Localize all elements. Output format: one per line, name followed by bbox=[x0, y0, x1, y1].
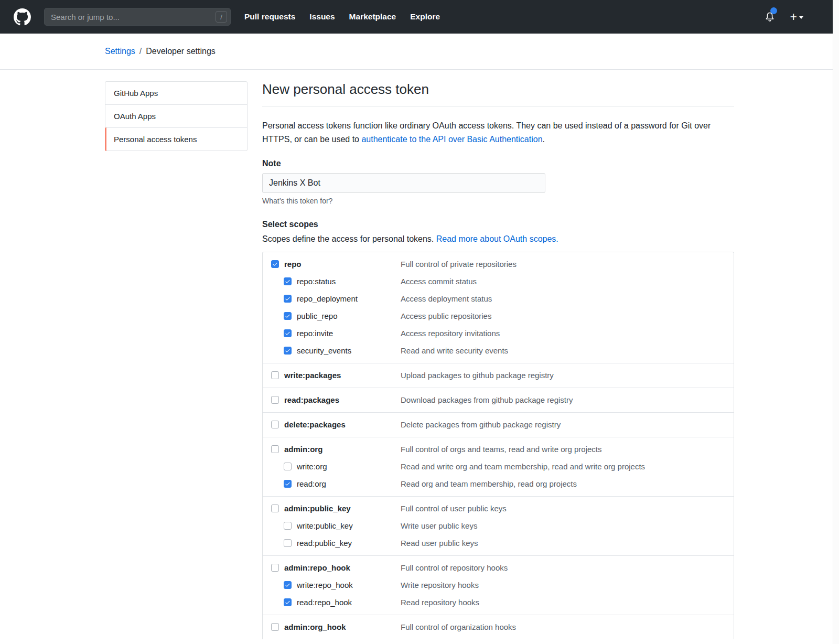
scope-group: write:packagesUpload packages to github … bbox=[263, 363, 734, 388]
scope-row-public_repo: public_repoAccess public repositories bbox=[263, 307, 734, 325]
scope-description: Read and write org and team membership, … bbox=[401, 462, 645, 471]
nav-explore[interactable]: Explore bbox=[410, 12, 440, 22]
main-content: New personal access token Personal acces… bbox=[262, 70, 734, 639]
scope-label-admin:public_key[interactable]: admin:public_key bbox=[284, 504, 351, 513]
scope-checkbox-write:repo_hook[interactable] bbox=[284, 581, 292, 589]
github-logo-icon[interactable] bbox=[12, 6, 33, 27]
sidebar-item-personal-access-tokens[interactable]: Personal access tokens bbox=[105, 127, 247, 151]
scopes-description: Scopes define the access for personal to… bbox=[262, 234, 734, 244]
unread-notification-dot bbox=[770, 7, 777, 14]
scope-checkbox-repo:invite[interactable] bbox=[284, 329, 292, 337]
scope-row-admin:repo_hook: admin:repo_hookFull control of repositor… bbox=[263, 559, 734, 576]
scope-group: admin:public_keyFull control of user pub… bbox=[263, 496, 734, 555]
scope-checkbox-read:packages[interactable] bbox=[271, 396, 279, 404]
scope-description: Read user public keys bbox=[401, 539, 478, 548]
scope-description: Download packages from github package re… bbox=[401, 395, 573, 404]
scope-label-read:repo_hook[interactable]: read:repo_hook bbox=[297, 598, 352, 607]
scope-row-write:repo_hook: write:repo_hookWrite repository hooks bbox=[263, 576, 734, 594]
scope-group: admin:org_hookFull control of organizati… bbox=[263, 615, 734, 639]
scope-checkbox-admin:public_key[interactable] bbox=[271, 505, 279, 512]
scope-group: delete:packagesDelete packages from gith… bbox=[263, 412, 734, 437]
scope-checkbox-write:public_key[interactable] bbox=[284, 522, 292, 530]
scope-checkbox-public_repo[interactable] bbox=[284, 312, 292, 320]
notifications-bell-icon[interactable] bbox=[764, 11, 776, 23]
scope-row-write:public_key: write:public_keyWrite user public keys bbox=[263, 517, 734, 534]
scope-row-write:packages: write:packagesUpload packages to github … bbox=[263, 367, 734, 384]
scope-checkbox-admin:repo_hook[interactable] bbox=[271, 564, 279, 572]
oauth-scopes-link[interactable]: Read more about OAuth scopes. bbox=[436, 234, 558, 243]
scope-checkbox-admin:org[interactable] bbox=[271, 445, 279, 453]
scope-label-repo[interactable]: repo bbox=[284, 260, 302, 269]
scope-description: Full control of orgs and teams, read and… bbox=[401, 445, 602, 454]
token-note-input[interactable] bbox=[262, 173, 545, 193]
scope-description: Read repository hooks bbox=[401, 598, 479, 607]
scope-description: Access repository invitations bbox=[401, 329, 500, 338]
scope-checkbox-repo:status[interactable] bbox=[284, 277, 292, 285]
nav-issues[interactable]: Issues bbox=[309, 12, 335, 22]
chevron-down-icon bbox=[799, 16, 803, 19]
breadcrumb-settings-link[interactable]: Settings bbox=[105, 47, 135, 56]
scopes-description-text: Scopes define the access for personal to… bbox=[262, 234, 436, 243]
scope-label-read:public_key[interactable]: read:public_key bbox=[297, 539, 352, 548]
scope-label-write:org[interactable]: write:org bbox=[297, 462, 327, 471]
scope-row-security_events: security_eventsRead and write security e… bbox=[263, 342, 734, 359]
scope-checkbox-read:repo_hook[interactable] bbox=[284, 598, 292, 606]
create-new-menu[interactable]: + bbox=[790, 11, 803, 23]
scope-label-repo:status[interactable]: repo:status bbox=[297, 277, 336, 286]
scope-group: read:packagesDownload packages from gith… bbox=[263, 388, 734, 412]
scope-description: Write repository hooks bbox=[401, 581, 479, 589]
scope-label-repo:invite[interactable]: repo:invite bbox=[297, 329, 333, 338]
scope-description: Access public repositories bbox=[401, 312, 491, 320]
scope-checkbox-security_events[interactable] bbox=[284, 347, 292, 355]
scope-label-delete:packages[interactable]: delete:packages bbox=[284, 420, 346, 429]
scope-row-repo:invite: repo:inviteAccess repository invitations bbox=[263, 325, 734, 342]
scope-checkbox-admin:org_hook[interactable] bbox=[271, 623, 279, 631]
scope-description: Access commit status bbox=[401, 277, 477, 286]
sidebar-item-github-apps[interactable]: GitHub Apps bbox=[105, 82, 247, 104]
scope-row-repo:status: repo:statusAccess commit status bbox=[263, 273, 734, 290]
scope-row-read:public_key: read:public_keyRead user public keys bbox=[263, 534, 734, 552]
scope-box: repoFull control of private repositories… bbox=[262, 252, 734, 639]
scope-description: Read org and team membership, read org p… bbox=[401, 479, 577, 488]
search-input[interactable] bbox=[44, 8, 231, 26]
scope-label-admin:org_hook[interactable]: admin:org_hook bbox=[284, 622, 346, 631]
scope-group: repoFull control of private repositories… bbox=[263, 252, 734, 363]
scope-description: Full control of organization hooks bbox=[401, 622, 516, 631]
scope-label-read:packages[interactable]: read:packages bbox=[284, 395, 339, 404]
scope-label-read:org[interactable]: read:org bbox=[297, 479, 326, 488]
scope-description: Delete packages from github package regi… bbox=[401, 420, 561, 429]
scope-description: Full control of user public keys bbox=[401, 504, 507, 513]
scope-label-repo_deployment[interactable]: repo_deployment bbox=[297, 294, 358, 303]
scope-group: admin:orgFull control of orgs and teams,… bbox=[263, 437, 734, 496]
scope-row-repo_deployment: repo_deploymentAccess deployment status bbox=[263, 290, 734, 307]
scope-label-security_events[interactable]: security_events bbox=[297, 346, 351, 355]
scope-label-admin:repo_hook[interactable]: admin:repo_hook bbox=[284, 563, 350, 572]
developer-settings-sidebar: GitHub Apps OAuth Apps Personal access t… bbox=[105, 81, 248, 151]
nav-pull-requests[interactable]: Pull requests bbox=[244, 12, 295, 22]
basic-auth-link[interactable]: authenticate to the API over Basic Authe… bbox=[361, 135, 542, 144]
select-scopes-heading: Select scopes bbox=[262, 220, 734, 229]
page-scrollbar[interactable] bbox=[833, 0, 839, 644]
intro-period: . bbox=[543, 135, 545, 144]
scope-checkbox-read:org[interactable] bbox=[284, 480, 292, 488]
scope-checkbox-delete:packages[interactable] bbox=[271, 421, 279, 428]
sidebar-item-oauth-apps[interactable]: OAuth Apps bbox=[105, 104, 247, 127]
note-label: Note bbox=[262, 159, 734, 168]
scope-label-write:packages[interactable]: write:packages bbox=[284, 371, 341, 380]
scope-checkbox-write:packages[interactable] bbox=[271, 371, 279, 379]
scope-checkbox-read:public_key[interactable] bbox=[284, 539, 292, 547]
breadcrumb-separator: / bbox=[139, 47, 142, 56]
scope-label-admin:org[interactable]: admin:org bbox=[284, 445, 322, 454]
scope-description: Write user public keys bbox=[401, 521, 477, 530]
scope-row-read:org: read:orgRead org and team membership, re… bbox=[263, 475, 734, 492]
scope-label-write:public_key[interactable]: write:public_key bbox=[297, 521, 353, 530]
scope-checkbox-write:org[interactable] bbox=[284, 463, 292, 470]
header-search: / bbox=[44, 8, 231, 26]
scope-label-public_repo[interactable]: public_repo bbox=[297, 312, 338, 320]
scope-checkbox-repo[interactable] bbox=[271, 260, 279, 268]
scope-row-admin:org: admin:orgFull control of orgs and teams,… bbox=[263, 441, 734, 458]
scope-description: Full control of repository hooks bbox=[401, 563, 508, 572]
scope-label-write:repo_hook[interactable]: write:repo_hook bbox=[297, 581, 353, 589]
scope-checkbox-repo_deployment[interactable] bbox=[284, 295, 292, 303]
nav-marketplace[interactable]: Marketplace bbox=[349, 12, 396, 22]
